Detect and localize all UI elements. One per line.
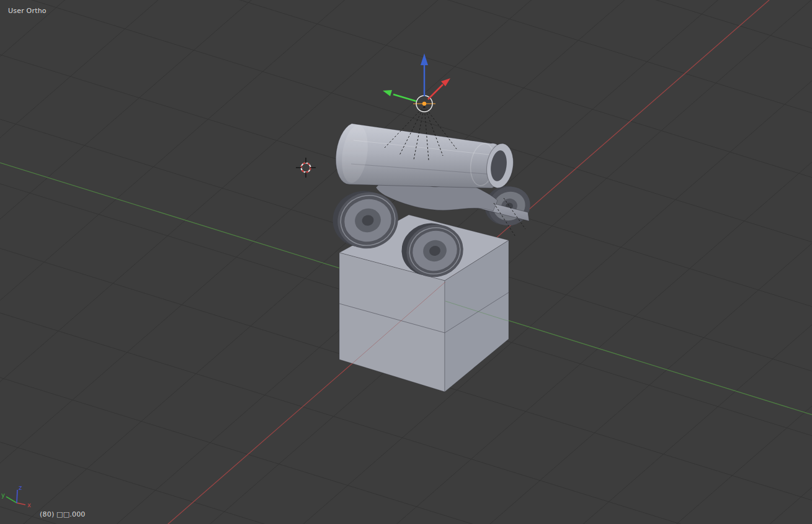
gizmo-z-axis-arrow[interactable] bbox=[421, 53, 428, 96]
mini-axis-x-line bbox=[17, 503, 25, 505]
mini-axis-z-line bbox=[17, 490, 17, 503]
mini-axis-x-label: x bbox=[27, 502, 31, 508]
object-origin-dot bbox=[422, 102, 426, 106]
blender-3d-viewport[interactable]: x y z User Ortho (80) □□.000 bbox=[0, 0, 812, 524]
mini-axis-y-label: y bbox=[1, 492, 5, 499]
object-info-label: (80) □□.000 bbox=[40, 510, 86, 518]
mini-axis-gizmo: x y z bbox=[1, 484, 31, 508]
mini-axis-z-label: z bbox=[19, 484, 22, 491]
gizmo-y-axis-arrow[interactable] bbox=[383, 90, 416, 101]
gizmo-x-axis-arrow[interactable] bbox=[428, 78, 450, 99]
cursor-crosshair bbox=[296, 158, 316, 178]
mini-axis-y-line bbox=[6, 497, 17, 503]
3d-cursor bbox=[296, 158, 316, 178]
view-mode-label: User Ortho bbox=[8, 7, 47, 15]
